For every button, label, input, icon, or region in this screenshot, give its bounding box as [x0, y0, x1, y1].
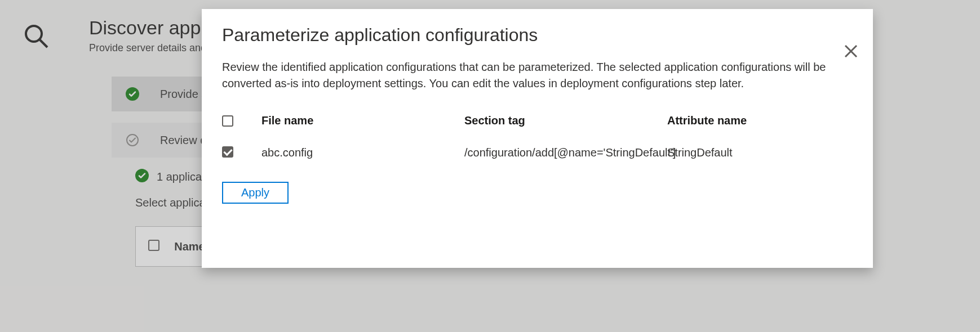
- parameterize-dialog: Parameterize application configurations …: [202, 9, 873, 268]
- row-section-tag: /configuration/add[@name='StringDefault'…: [464, 145, 667, 160]
- apply-button[interactable]: Apply: [222, 182, 289, 204]
- column-section-tag[interactable]: Section tag: [464, 114, 667, 143]
- modal-title: Parameterize application configurations: [222, 25, 848, 46]
- select-all-checkbox[interactable]: [148, 240, 170, 254]
- svg-point-0: [26, 26, 42, 42]
- svg-line-1: [40, 40, 47, 47]
- select-all-checkbox[interactable]: [222, 114, 261, 145]
- check-circle-icon: [125, 87, 140, 101]
- modal-description: Review the identified application config…: [222, 59, 842, 92]
- circle-outline-icon: [125, 133, 140, 147]
- close-button[interactable]: [842, 43, 859, 62]
- check-circle-icon: [135, 169, 149, 185]
- search-icon: [23, 23, 50, 50]
- row-attribute: StringDefault: [667, 145, 814, 160]
- column-filename[interactable]: File name: [261, 114, 464, 143]
- column-attribute-name[interactable]: Attribute name: [667, 114, 814, 143]
- row-checkbox[interactable]: [222, 145, 261, 161]
- row-filename: abc.config: [261, 145, 464, 160]
- svg-point-3: [127, 134, 138, 146]
- config-table: File name Section tag Attribute name abc…: [222, 114, 848, 161]
